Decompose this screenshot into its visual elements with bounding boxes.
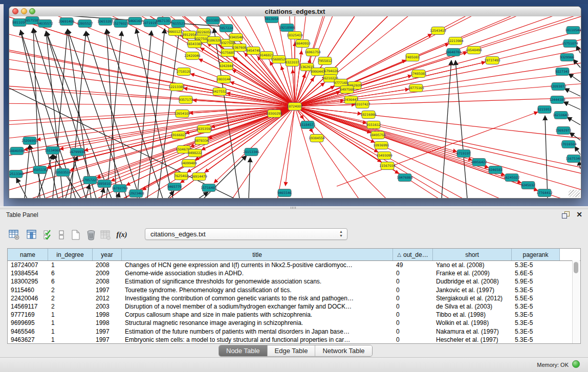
table-cell[interactable]: 1 <box>48 261 93 269</box>
table-cell[interactable]: Hescheler et al. (1997) <box>433 336 512 344</box>
table-cell[interactable]: 5.3E-5 <box>512 311 560 319</box>
table-cell[interactable]: 0 <box>393 336 433 344</box>
graph-node[interactable]: 9505135 <box>33 166 47 174</box>
graph-node[interactable]: 20691406 <box>58 18 75 26</box>
graph-node[interactable]: 16245022 <box>504 174 520 182</box>
table-cell[interactable]: 9465546 <box>8 327 48 336</box>
graph-node[interactable]: 8215953 <box>537 106 552 114</box>
graph-node[interactable]: 18216866 <box>360 111 377 119</box>
function-builder-button[interactable]: f(x) <box>115 228 129 242</box>
table-cell[interactable]: Stergiakouli et al. (2012) <box>433 294 512 302</box>
table-cell[interactable]: 5.3E-5 <box>512 336 560 344</box>
table-cell[interactable]: 0 <box>393 302 433 311</box>
table-cell[interactable]: 0 <box>393 269 433 277</box>
column-header-title[interactable]: title <box>122 249 393 260</box>
table-cell[interactable]: 2 <box>48 286 93 294</box>
tab-edge-table[interactable]: Edge Table <box>268 345 316 356</box>
tab-node-table[interactable]: Node Table <box>219 345 268 356</box>
graph-node[interactable]: 6719197 <box>456 150 471 158</box>
table-cell[interactable]: 1997 <box>93 327 122 336</box>
graph-node[interactable]: 7485083 <box>405 54 420 61</box>
table-cell[interactable]: 19384554 <box>8 269 48 277</box>
column-header-short[interactable]: short <box>433 249 512 260</box>
graph-node[interactable]: 16958107 <box>96 180 113 188</box>
table-cell[interactable]: 2009 <box>93 269 122 277</box>
table-row[interactable]: 977716911998Corpus callosum shape and si… <box>8 311 580 319</box>
table-row[interactable]: 946362711997Embryonic stem cells: a mode… <box>8 336 580 344</box>
table-cell[interactable]: Wolkin et al. (1998) <box>433 319 512 327</box>
graph-node[interactable]: 11567034 <box>379 162 396 170</box>
graph-node[interactable]: 18110544 <box>565 27 581 34</box>
graph-node[interactable]: 9242844 <box>219 62 233 70</box>
table-cell[interactable]: 9699695 <box>8 319 48 327</box>
column-header-out_de[interactable]: △out_de… <box>393 249 433 260</box>
table-cell[interactable]: 2 <box>48 294 93 302</box>
graph-node[interactable]: 18325419 <box>287 32 303 39</box>
graph-node[interactable]: 16782759 <box>112 185 128 192</box>
column-header-name[interactable]: name <box>8 249 48 260</box>
graph-node[interactable]: 8813054 <box>265 16 279 23</box>
graph-node[interactable]: 15493099 <box>376 152 393 160</box>
table-cell[interactable]: 1997 <box>93 286 122 294</box>
table-cell[interactable]: 18724007 <box>8 261 48 269</box>
graph-node[interactable]: 19218986 <box>279 24 295 32</box>
graph-node[interactable]: 15276027 <box>113 20 129 28</box>
table-header-row[interactable]: namein_degreeyeartitle△out_de…shortpager… <box>8 249 580 261</box>
graph-node[interactable]: 17957223 <box>82 177 98 184</box>
import-table-button[interactable] <box>98 228 113 242</box>
graph-node[interactable]: 17764412 <box>536 189 553 197</box>
graph-node[interactable]: 7615523 <box>171 20 185 28</box>
table-cell[interactable]: 9463627 <box>8 336 48 344</box>
graph-node[interactable]: 19384554 <box>309 135 325 142</box>
graph-node[interactable]: 12093872 <box>550 83 567 91</box>
table-cell[interactable]: 5.3E-5 <box>512 261 560 269</box>
tab-network-table[interactable]: Network Table <box>315 345 372 356</box>
table-cell[interactable]: 9777169 <box>8 311 48 319</box>
graph-node[interactable]: 6794028 <box>324 68 338 75</box>
graph-node[interactable]: 18476868 <box>397 174 413 182</box>
graph-node[interactable]: 9227343 <box>555 68 570 76</box>
graph-node[interactable]: 15688520 <box>271 56 287 63</box>
table-cell[interactable]: Franke et al. (2009) <box>433 269 512 277</box>
create-column-button[interactable] <box>69 228 83 242</box>
network-view-window[interactable]: citations_edges.txt 88110541657558014035… <box>9 6 581 199</box>
table-cell[interactable]: 6 <box>48 269 93 277</box>
network-canvas[interactable]: 8811054165755801403557220691406128055271… <box>9 16 581 198</box>
graph-node[interactable]: 16210643 <box>553 112 569 119</box>
scrollbar-thumb[interactable] <box>574 262 578 273</box>
graph-node[interactable]: 15134960 <box>45 147 61 155</box>
table-row[interactable]: 1872400712008Changes of HCN gene express… <box>8 261 580 269</box>
table-cell[interactable]: 2008 <box>93 261 122 269</box>
table-cell[interactable]: Tourette syndrome. Phenomenology and cla… <box>122 286 393 294</box>
graph-node[interactable]: 16033809 <box>205 17 221 25</box>
graph-node[interactable]: 20503516 <box>55 169 71 177</box>
graph-node[interactable]: 16353594 <box>196 125 212 133</box>
graph-node[interactable]: 16961758 <box>304 49 321 56</box>
graph-node[interactable]: 15692971 <box>555 127 572 135</box>
graph-node[interactable]: 8990443 <box>311 68 325 76</box>
graph-node[interactable]: 8427552 <box>212 88 227 96</box>
table-cell[interactable]: 49 <box>393 261 433 269</box>
table-cell[interactable]: 0 <box>393 311 433 319</box>
table-cell[interactable]: 0 <box>393 294 433 302</box>
column-header-in_degree[interactable]: in_degree <box>48 249 93 260</box>
table-cell[interactable]: 5.9E-5 <box>512 277 560 286</box>
graph-node[interactable]: 8322037 <box>285 59 299 67</box>
graph-node[interactable]: 7955812 <box>318 57 332 65</box>
table-cell[interactable]: 22420046 <box>8 294 48 302</box>
table-cell[interactable]: 0 <box>393 327 433 336</box>
table-cell[interactable]: Changes of HCN gene expression and I(f) … <box>122 261 393 269</box>
table-cell[interactable]: Embryonic stem cells: a model to study s… <box>122 336 393 344</box>
graph-node[interactable]: 2718120 <box>177 68 191 76</box>
table-cell[interactable]: Nakamura et al. (1997) <box>433 327 512 336</box>
table-cell[interactable]: 5.3E-5 <box>512 319 560 327</box>
table-options-button[interactable] <box>7 228 21 242</box>
table-cell[interactable]: 2003 <box>93 302 122 311</box>
table-cell[interactable]: 9115460 <box>8 286 48 294</box>
table-cell[interactable]: de Silva et al. (2003) <box>433 302 512 311</box>
graph-node[interactable]: 7857224 <box>219 25 233 32</box>
table-row[interactable]: 1830029562008Estimation of significance … <box>8 277 580 286</box>
graph-node[interactable]: 9498222 <box>188 149 202 157</box>
table-cell[interactable]: 5.3E-5 <box>512 302 560 311</box>
graph-node[interactable]: 15184571 <box>299 121 316 129</box>
